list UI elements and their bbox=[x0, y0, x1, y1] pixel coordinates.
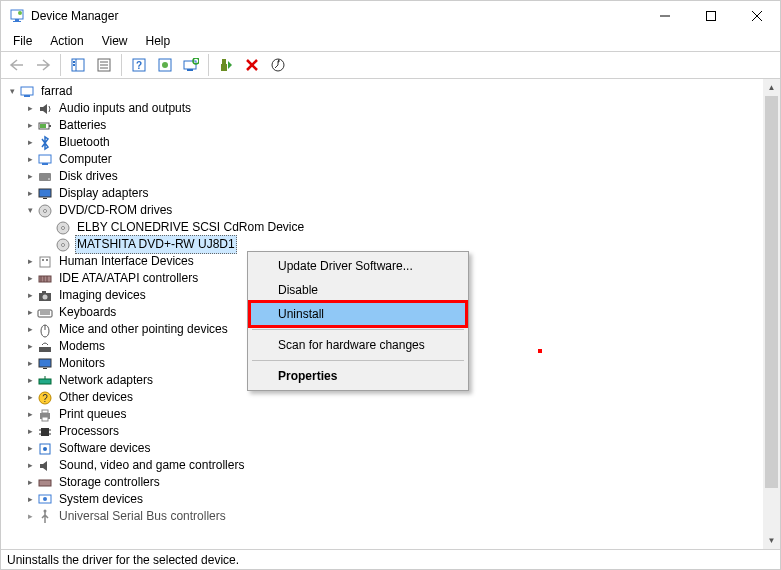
svg-point-42 bbox=[62, 226, 65, 229]
tree-category[interactable]: ▸?Other devices bbox=[5, 389, 763, 406]
back-button bbox=[5, 54, 29, 76]
svg-rect-2 bbox=[13, 21, 21, 22]
chevron-right-icon[interactable]: ▸ bbox=[23, 389, 37, 406]
svg-text:?: ? bbox=[42, 393, 48, 404]
chevron-right-icon[interactable]: ▸ bbox=[23, 321, 37, 338]
uninstall-button[interactable] bbox=[240, 54, 264, 76]
minimize-button[interactable] bbox=[642, 1, 688, 31]
menu-view[interactable]: View bbox=[94, 32, 136, 50]
dvd-icon bbox=[37, 203, 53, 219]
context-update-driver[interactable]: Update Driver Software... bbox=[250, 254, 466, 278]
chevron-right-icon[interactable]: ▸ bbox=[23, 406, 37, 423]
modem-icon bbox=[37, 339, 53, 355]
app-icon bbox=[9, 8, 25, 24]
svg-rect-45 bbox=[40, 257, 50, 267]
tree-category-dvd[interactable]: ▾DVD/CD-ROM drives bbox=[5, 202, 763, 219]
tree-category[interactable]: ▸Audio inputs and outputs bbox=[5, 100, 763, 117]
chevron-right-icon[interactable]: ▸ bbox=[23, 491, 37, 508]
other-icon: ? bbox=[37, 390, 53, 406]
chevron-right-icon[interactable]: ▸ bbox=[23, 287, 37, 304]
chevron-right-icon[interactable]: ▸ bbox=[23, 304, 37, 321]
chevron-down-icon[interactable]: ▾ bbox=[23, 202, 37, 219]
dvd-icon bbox=[55, 237, 71, 253]
chevron-right-icon[interactable]: ▸ bbox=[23, 168, 37, 185]
tree-category[interactable]: ▸Disk drives bbox=[5, 168, 763, 185]
action-button[interactable] bbox=[153, 54, 177, 76]
context-scan[interactable]: Scan for hardware changes bbox=[250, 333, 466, 357]
usb-icon bbox=[37, 509, 53, 525]
update-driver-button[interactable] bbox=[266, 54, 290, 76]
svg-point-44 bbox=[62, 243, 65, 246]
context-uninstall[interactable]: Uninstall bbox=[250, 302, 466, 326]
scroll-track[interactable] bbox=[763, 96, 780, 532]
chevron-right-icon[interactable]: ▸ bbox=[23, 338, 37, 355]
menu-file[interactable]: File bbox=[5, 32, 40, 50]
tree-category[interactable]: ▸Display adapters bbox=[5, 185, 763, 202]
chevron-right-icon[interactable]: ▸ bbox=[23, 100, 37, 117]
tree-category[interactable]: ▸Print queues bbox=[5, 406, 763, 423]
chevron-down-icon[interactable]: ▾ bbox=[5, 83, 19, 100]
chevron-right-icon[interactable]: ▸ bbox=[23, 372, 37, 389]
chevron-right-icon[interactable]: ▸ bbox=[23, 457, 37, 474]
tree-category[interactable]: ▸Bluetooth bbox=[5, 134, 763, 151]
dvd-icon bbox=[55, 220, 71, 236]
chevron-right-icon[interactable]: ▸ bbox=[23, 423, 37, 440]
scan-hardware-button[interactable] bbox=[179, 54, 203, 76]
root-label: farrad bbox=[39, 83, 74, 100]
tree-category[interactable]: ▸Computer bbox=[5, 151, 763, 168]
tree-category[interactable]: ▸System devices bbox=[5, 491, 763, 508]
chevron-right-icon[interactable]: ▸ bbox=[23, 117, 37, 134]
toolbar: ? bbox=[1, 51, 780, 79]
window-title: Device Manager bbox=[31, 9, 642, 23]
menu-action[interactable]: Action bbox=[42, 32, 91, 50]
computer-icon bbox=[19, 84, 35, 100]
svg-rect-24 bbox=[222, 59, 226, 64]
context-properties[interactable]: Properties bbox=[250, 364, 466, 388]
svg-rect-33 bbox=[39, 155, 51, 163]
chevron-right-icon[interactable]: ▸ bbox=[23, 253, 37, 270]
bluetooth-icon bbox=[37, 135, 53, 151]
svg-point-53 bbox=[43, 294, 48, 299]
svg-point-76 bbox=[43, 447, 47, 451]
svg-rect-34 bbox=[42, 163, 48, 165]
chevron-right-icon[interactable]: ▸ bbox=[23, 474, 37, 491]
help-button[interactable]: ? bbox=[127, 54, 151, 76]
chevron-right-icon[interactable]: ▸ bbox=[23, 508, 37, 525]
chevron-right-icon[interactable]: ▸ bbox=[23, 151, 37, 168]
svg-rect-46 bbox=[42, 259, 44, 261]
svg-rect-31 bbox=[49, 125, 51, 127]
tree-device[interactable]: ▸ELBY CLONEDRIVE SCSI CdRom Device bbox=[5, 219, 763, 236]
close-button[interactable] bbox=[734, 1, 780, 31]
maximize-button[interactable] bbox=[688, 1, 734, 31]
tree-category[interactable]: ▸Processors bbox=[5, 423, 763, 440]
tree-category[interactable]: ▸Sound, video and game controllers bbox=[5, 457, 763, 474]
scroll-down-button[interactable]: ▼ bbox=[763, 532, 780, 549]
root-node[interactable]: ▾ farrad bbox=[5, 83, 763, 100]
vertical-scrollbar[interactable]: ▲ ▼ bbox=[763, 79, 780, 549]
enable-button[interactable] bbox=[214, 54, 238, 76]
scroll-up-button[interactable]: ▲ bbox=[763, 79, 780, 96]
svg-rect-28 bbox=[21, 87, 33, 95]
menu-help[interactable]: Help bbox=[138, 32, 179, 50]
svg-rect-62 bbox=[43, 368, 47, 369]
svg-point-80 bbox=[44, 509, 47, 512]
chevron-right-icon[interactable]: ▸ bbox=[23, 355, 37, 372]
chevron-right-icon[interactable]: ▸ bbox=[23, 134, 37, 151]
tree-category[interactable]: ▸Software devices bbox=[5, 440, 763, 457]
properties-button[interactable] bbox=[92, 54, 116, 76]
show-hide-tree-button[interactable] bbox=[66, 54, 90, 76]
svg-text:?: ? bbox=[136, 60, 142, 71]
menubar: File Action View Help bbox=[1, 31, 780, 51]
chevron-right-icon[interactable]: ▸ bbox=[23, 185, 37, 202]
context-disable[interactable]: Disable bbox=[250, 278, 466, 302]
scroll-thumb[interactable] bbox=[765, 96, 778, 488]
chevron-right-icon[interactable]: ▸ bbox=[23, 440, 37, 457]
tree-category[interactable]: ▸Universal Serial Bus controllers bbox=[5, 508, 763, 525]
svg-rect-60 bbox=[39, 347, 51, 352]
tree-category[interactable]: ▸Storage controllers bbox=[5, 474, 763, 491]
display-icon bbox=[37, 186, 53, 202]
svg-rect-32 bbox=[40, 124, 46, 128]
chevron-right-icon[interactable]: ▸ bbox=[23, 270, 37, 287]
tree-category[interactable]: ▸Batteries bbox=[5, 117, 763, 134]
forward-button bbox=[31, 54, 55, 76]
